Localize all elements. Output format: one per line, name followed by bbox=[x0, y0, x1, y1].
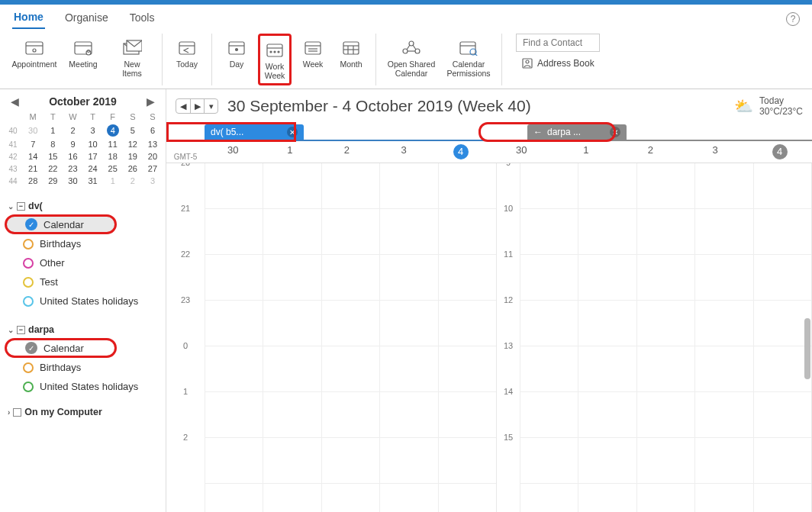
prev-month-button[interactable]: ◀ bbox=[11, 95, 19, 108]
svg-rect-23 bbox=[343, 42, 359, 54]
mini-calendar[interactable]: MTWTFSS 40301234564178910111213421415161… bbox=[3, 111, 163, 187]
mini-day[interactable]: 25 bbox=[103, 163, 123, 175]
mini-day[interactable]: 22 bbox=[43, 163, 63, 175]
mini-day[interactable]: 16 bbox=[63, 150, 82, 163]
mini-day[interactable]: 18 bbox=[103, 150, 123, 163]
mini-day[interactable]: 17 bbox=[83, 150, 103, 163]
mini-day[interactable]: 8 bbox=[43, 138, 63, 150]
mini-day[interactable]: 11 bbox=[103, 138, 123, 150]
tab-tools[interactable]: Tools bbox=[128, 10, 156, 28]
mini-day[interactable]: 9 bbox=[63, 138, 82, 150]
time-slot-column[interactable] bbox=[263, 163, 321, 512]
time-slot-column[interactable] bbox=[520, 163, 578, 512]
day-header-cell[interactable]: 2 bbox=[318, 141, 375, 163]
time-slot-column[interactable] bbox=[694, 163, 752, 512]
mini-day[interactable]: 28 bbox=[23, 175, 43, 187]
appointment-button[interactable]: Appointment bbox=[12, 34, 56, 72]
day-header-cell[interactable]: 2 bbox=[618, 141, 683, 163]
day-header-cell[interactable]: 1 bbox=[262, 141, 319, 163]
mini-day[interactable]: 24 bbox=[83, 163, 103, 175]
mini-day[interactable]: 20 bbox=[143, 150, 163, 163]
time-slot-column[interactable] bbox=[379, 163, 437, 512]
mini-day[interactable]: 2 bbox=[63, 123, 82, 138]
time-slot-column[interactable] bbox=[321, 163, 379, 512]
mini-day[interactable]: 2 bbox=[123, 175, 143, 187]
calendar-list-item[interactable]: United States holidays bbox=[3, 377, 163, 396]
open-shared-button[interactable]: Open Shared Calendar bbox=[384, 34, 439, 81]
time-slot-column[interactable] bbox=[578, 163, 636, 512]
on-my-computer-toggle[interactable]: › On my Computer bbox=[3, 404, 163, 420]
mini-day[interactable]: 15 bbox=[43, 150, 63, 163]
day-header-cell[interactable]: 30 bbox=[205, 141, 262, 163]
mini-day[interactable]: 12 bbox=[123, 138, 143, 150]
color-ring-icon bbox=[23, 362, 34, 373]
mini-day[interactable]: 23 bbox=[63, 163, 82, 175]
day-header-cell[interactable]: 4 bbox=[747, 141, 812, 163]
new-items-button[interactable]: New Items bbox=[110, 34, 154, 81]
calendar-list-item[interactable]: Test bbox=[3, 272, 163, 291]
account-toggle[interactable]: ⌄−dv( bbox=[3, 198, 163, 214]
calendar-list-item[interactable]: Birthdays bbox=[3, 234, 163, 253]
month-button[interactable]: Month bbox=[334, 34, 368, 72]
find-contact-input[interactable] bbox=[516, 34, 600, 52]
permissions-button[interactable]: Calendar Permissions bbox=[443, 34, 494, 81]
mini-day[interactable]: 27 bbox=[143, 163, 163, 175]
time-slot-column[interactable] bbox=[636, 163, 694, 512]
mini-day[interactable]: 3 bbox=[83, 123, 103, 138]
next-range-button[interactable]: ▶ bbox=[190, 99, 204, 113]
mini-day[interactable]: 31 bbox=[83, 175, 103, 187]
mini-day[interactable]: 26 bbox=[123, 163, 143, 175]
help-icon[interactable]: ? bbox=[786, 12, 800, 26]
next-month-button[interactable]: ▶ bbox=[147, 95, 155, 108]
mini-day[interactable]: 13 bbox=[143, 138, 163, 150]
day-header-cell[interactable]: 3 bbox=[375, 141, 433, 163]
range-title: 30 September - 4 October 2019 (Week 40) bbox=[227, 97, 531, 115]
time-slot-column[interactable] bbox=[753, 163, 811, 512]
mini-day[interactable]: 10 bbox=[83, 138, 103, 150]
mini-day[interactable]: 3 bbox=[143, 175, 163, 187]
mini-day[interactable]: 30 bbox=[23, 123, 43, 138]
svg-rect-19 bbox=[305, 42, 321, 54]
calendar-list-item[interactable]: ✓Calendar bbox=[5, 214, 117, 234]
time-slot-column[interactable] bbox=[438, 163, 496, 512]
range-picker-button[interactable]: ▾ bbox=[204, 99, 218, 113]
today-button[interactable]: Today bbox=[170, 34, 204, 72]
day-header-cell[interactable]: 4 bbox=[432, 141, 489, 163]
mini-day[interactable]: 19 bbox=[123, 150, 143, 163]
calendar-list-item[interactable]: Birthdays bbox=[3, 358, 163, 377]
week-button[interactable]: Week bbox=[296, 34, 330, 72]
mini-day[interactable]: 6 bbox=[143, 123, 163, 138]
tab-organise[interactable]: Organise bbox=[63, 10, 110, 28]
calendar-list-item[interactable]: United States holidays bbox=[3, 291, 163, 311]
check-icon: ✓ bbox=[25, 342, 37, 354]
color-ring-icon bbox=[23, 277, 34, 288]
tab-home[interactable]: Home bbox=[12, 9, 45, 29]
day-button[interactable]: Day bbox=[220, 34, 253, 72]
mini-day[interactable]: 30 bbox=[63, 175, 82, 187]
svg-point-17 bbox=[274, 51, 276, 53]
day-header-cell[interactable]: 3 bbox=[683, 141, 748, 163]
tab-bar: Home Organise Tools ? bbox=[0, 5, 812, 29]
weather-widget[interactable]: ⛅ Today30°C/23°C bbox=[734, 95, 803, 117]
mini-day[interactable]: 1 bbox=[103, 175, 123, 187]
work-week-button[interactable]: Work Week bbox=[258, 34, 292, 85]
account-toggle[interactable]: ⌄−darpa bbox=[3, 321, 163, 338]
calendar-list-item[interactable]: ✓Calendar bbox=[5, 338, 117, 358]
mini-day[interactable]: 1 bbox=[43, 123, 63, 138]
mini-day[interactable]: 21 bbox=[23, 163, 43, 175]
prev-range-button[interactable]: ◀ bbox=[176, 99, 190, 113]
day-header-cell[interactable]: 1 bbox=[554, 141, 619, 163]
mini-day[interactable]: 29 bbox=[43, 175, 63, 187]
calendar-list-item[interactable]: Other bbox=[3, 253, 163, 272]
mini-day[interactable]: 7 bbox=[23, 138, 43, 150]
time-slot-column[interactable] bbox=[205, 163, 263, 512]
meeting-button[interactable]: Meeting bbox=[61, 34, 105, 72]
day-header-cell[interactable]: 30 bbox=[489, 141, 554, 163]
check-icon: ✓ bbox=[25, 218, 37, 230]
mini-day[interactable]: 4 bbox=[103, 123, 123, 138]
address-book-button[interactable]: Address Book bbox=[516, 56, 601, 70]
scrollbar[interactable] bbox=[804, 318, 810, 379]
mini-day[interactable]: 5 bbox=[123, 123, 143, 138]
mini-day[interactable]: 14 bbox=[23, 150, 43, 163]
svg-point-13 bbox=[236, 49, 238, 51]
